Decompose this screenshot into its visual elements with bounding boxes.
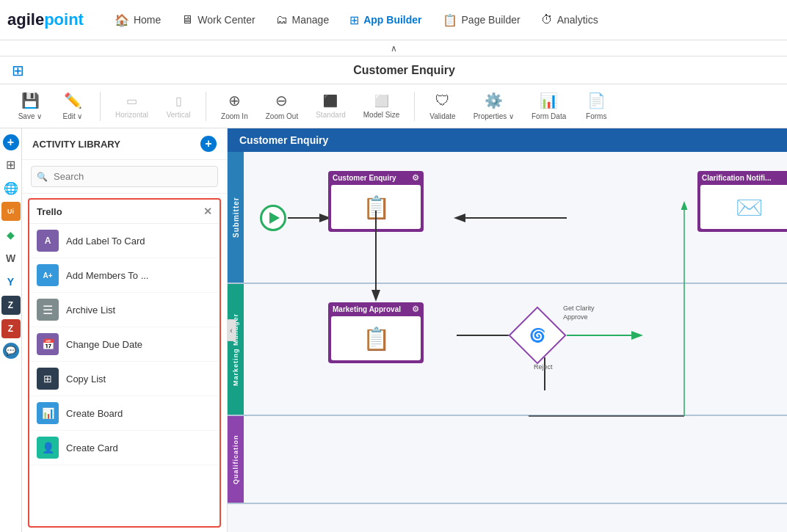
- list-item[interactable]: ☰ Archive List: [29, 293, 220, 327]
- sidebar-globe-icon[interactable]: 🌐: [1, 178, 21, 197]
- monitor-icon: 🖥: [181, 13, 193, 26]
- logo-point: point: [44, 10, 84, 29]
- appbuilder-icon: ⊞: [349, 13, 359, 27]
- properties-label: Properties ∨: [474, 112, 514, 120]
- decision-node[interactable]: 🌀: [515, 313, 559, 357]
- main-layout: + ⊞ 🌐 Ui ◆ W Y Z Z 💬 ACTIVITY LIBRARY + …: [0, 128, 787, 532]
- save-button[interactable]: 💾 Save ∨: [12, 89, 48, 123]
- trello-header: Trello ✕: [29, 200, 220, 224]
- create-board-text: Create Board: [66, 408, 123, 419]
- decision-inner-icon: 🌀: [529, 327, 545, 343]
- sep1: [100, 92, 101, 121]
- model-size-button[interactable]: ⬜ Model Size: [358, 91, 405, 122]
- diagram-header: Customer Enquiry: [228, 128, 787, 152]
- model-size-label: Model Size: [363, 111, 399, 119]
- submitter-label: Submitter: [228, 152, 244, 283]
- list-item[interactable]: 📅 Change Due Date: [29, 327, 220, 362]
- list-item[interactable]: 👤 Create Card: [29, 431, 220, 465]
- list-item[interactable]: ⊞ Copy List: [29, 362, 220, 396]
- nav-home[interactable]: 🏠 Home: [106, 9, 170, 32]
- reject-label: Reject: [534, 363, 553, 371]
- trello-close-button[interactable]: ✕: [203, 205, 212, 217]
- edit-button[interactable]: ✏️ Edit ∨: [54, 89, 91, 123]
- list-item[interactable]: A Add Label To Card: [29, 224, 220, 258]
- add-label-text: Add Label To Card: [66, 236, 145, 247]
- horizontal-icon: ▭: [126, 94, 137, 108]
- zoom-out-button[interactable]: ⊖ Zoom Out: [260, 89, 304, 123]
- nav-items: 🏠 Home 🖥 Work Center 🗂 Manage ⊞ App Buil…: [106, 9, 780, 32]
- form-data-icon: 📊: [540, 92, 558, 109]
- top-nav: agilepoint 🏠 Home 🖥 Work Center 🗂 Manage…: [0, 0, 787, 40]
- sidebar-red-icon[interactable]: Z: [1, 319, 21, 338]
- add-members-text: Add Members To ...: [66, 270, 148, 281]
- nav-home-label: Home: [134, 14, 161, 26]
- page-title: Customer Enquiry: [33, 64, 775, 77]
- customer-enquiry-gear[interactable]: ⚙: [412, 173, 419, 183]
- search-box: [22, 160, 227, 194]
- list-item[interactable]: A+ Add Members To ...: [29, 258, 220, 293]
- collapse-arrow-icon: ∧: [391, 43, 397, 54]
- sidebar-panel-icon[interactable]: ⊞: [1, 155, 21, 174]
- vertical-label: Vertical: [167, 111, 191, 119]
- activity-add-button[interactable]: +: [200, 136, 217, 152]
- activity-panel: ACTIVITY LIBRARY + Trello ✕ A Add Label …: [22, 128, 228, 532]
- nav-page-builder-label: Page Builder: [462, 14, 521, 26]
- nav-app-builder[interactable]: ⊞ App Builder: [341, 9, 430, 32]
- nav-analytics-label: Analytics: [557, 14, 598, 26]
- marketing-approval-gear[interactable]: ⚙: [412, 305, 419, 314]
- marketing-approval-node[interactable]: Marketing Approval ⚙ 📋: [328, 302, 424, 363]
- swimlane-manager: Marketing Manager: [228, 284, 787, 416]
- sidebar-wp-icon[interactable]: W: [1, 249, 21, 268]
- page-builder-icon: 📋: [443, 13, 457, 27]
- customer-enquiry-header: Customer Enquiry ⚙: [328, 171, 424, 185]
- list-item[interactable]: 📊 Create Board: [29, 396, 220, 431]
- nav-analytics[interactable]: ⏱ Analytics: [532, 9, 607, 31]
- forms-button[interactable]: 📄 Forms: [578, 89, 614, 123]
- zoom-out-icon: ⊖: [275, 92, 288, 109]
- canvas-area[interactable]: Customer Enquiry Submitter: [228, 128, 787, 532]
- horizontal-button[interactable]: ▭ Horizontal: [109, 91, 154, 122]
- create-board-icon: 📊: [37, 402, 59, 424]
- sidebar-diamond-icon[interactable]: ◆: [1, 225, 21, 244]
- clarification-node[interactable]: Clarification Notifi... ⚙ ✉️: [697, 171, 787, 232]
- nav-page-builder[interactable]: 📋 Page Builder: [434, 9, 529, 32]
- vertical-button[interactable]: ▯ Vertical: [160, 91, 197, 122]
- forms-icon: 📄: [587, 92, 606, 109]
- analytics-icon: ⏱: [541, 13, 553, 26]
- toolbar: 💾 Save ∨ ✏️ Edit ∨ ▭ Horizontal ▯ Vertic…: [0, 84, 787, 128]
- properties-icon: ⚙️: [485, 92, 503, 109]
- create-card-icon: 👤: [37, 437, 59, 459]
- nav-work-center-label: Work Center: [197, 14, 255, 26]
- form-data-button[interactable]: 📊 Form Data: [526, 89, 572, 123]
- panel-collapse-button[interactable]: ‹: [227, 319, 236, 341]
- standard-button[interactable]: ⬛ Standard: [310, 91, 352, 122]
- save-icon: 💾: [21, 92, 40, 109]
- nav-manage[interactable]: 🗂 Manage: [267, 9, 338, 31]
- standard-icon: ⬛: [323, 94, 338, 108]
- edit-label: Edit ∨: [62, 112, 82, 120]
- marketing-approval-body: 📋: [331, 316, 421, 360]
- panel-collapse-icon: ‹: [230, 327, 232, 335]
- clarification-icon: ✉️: [736, 194, 763, 220]
- sidebar-z-icon[interactable]: Z: [1, 296, 21, 315]
- diagram-title: Customer Enquiry: [239, 134, 328, 146]
- search-input[interactable]: [31, 166, 218, 187]
- submitter-label-text: Submitter: [232, 197, 240, 238]
- nav-manage-label: Manage: [292, 14, 330, 26]
- zoom-in-icon: ⊕: [228, 92, 241, 109]
- validate-button[interactable]: 🛡 Validate: [424, 90, 461, 123]
- zoom-in-button[interactable]: ⊕ Zoom In: [215, 89, 254, 123]
- sidebar-ui-icon[interactable]: Ui: [1, 202, 21, 221]
- sidebar-y-icon[interactable]: Y: [1, 272, 21, 291]
- nav-work-center[interactable]: 🖥 Work Center: [173, 9, 264, 31]
- properties-button[interactable]: ⚙️ Properties ∨: [468, 89, 520, 123]
- qualification-label: Qualification: [228, 416, 244, 503]
- standard-label: Standard: [316, 111, 346, 119]
- collapse-bar[interactable]: ∧: [0, 40, 787, 57]
- sidebar-add-icon[interactable]: +: [3, 134, 19, 150]
- sidebar-chat-icon[interactable]: 💬: [3, 343, 19, 359]
- clarification-header: Clarification Notifi... ⚙: [697, 171, 787, 185]
- marketing-approval-header: Marketing Approval ⚙: [328, 302, 424, 316]
- zoom-out-label: Zoom Out: [266, 112, 298, 120]
- swimlane-submitter: Submitter: [228, 152, 787, 284]
